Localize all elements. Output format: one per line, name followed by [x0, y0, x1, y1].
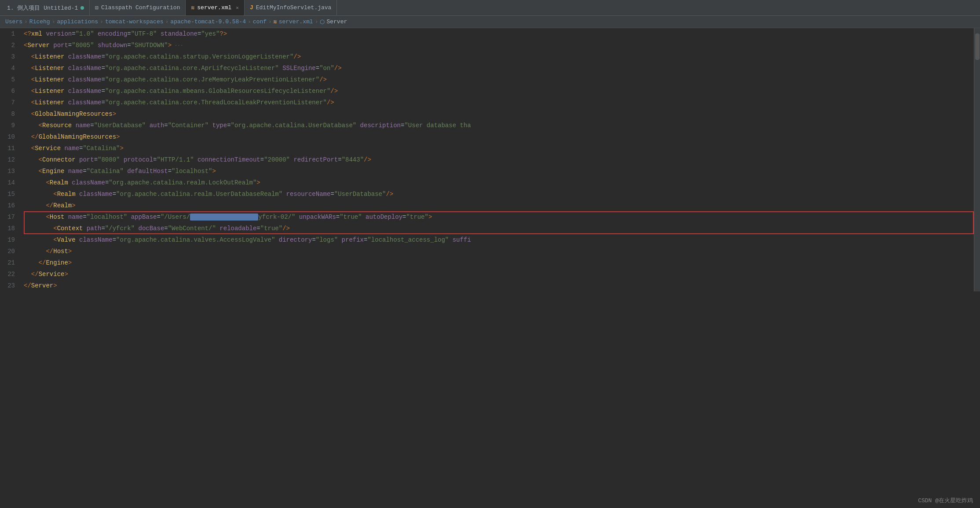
line-content-22: </Service> — [22, 269, 980, 280]
breadcrumb-applications[interactable]: applications — [57, 18, 98, 25]
breadcrumb-server: Server — [326, 18, 347, 25]
line-num-14: 14 — [0, 177, 22, 188]
code-line-10: 10 </GlobalNamingResources> — [0, 131, 980, 143]
line-content-7: <Listener className="org.apache.catalina… — [22, 97, 980, 108]
code-line-17: 17 <Host name="localhost" appBase="/User… — [0, 211, 980, 223]
serverxml-icon: ≋ — [191, 4, 194, 11]
blurred-path: XXXXXXXXXXXXXXXXXX — [190, 214, 258, 221]
line-num-5: 5 — [0, 74, 22, 85]
line-content-9: <Resource name="UserDatabase" auth="Cont… — [22, 120, 980, 131]
breadcrumb-xml-icon: ≋ — [274, 18, 277, 26]
tab-project[interactable]: 1. 倒入项目 Untitled-1 — [2, 0, 90, 15]
line-num-22: 22 — [0, 269, 22, 280]
line-num-20: 20 — [0, 246, 22, 257]
line-content-17: <Host name="localhost" appBase="/Users/X… — [22, 211, 980, 223]
code-line-7: 7 <Listener className="org.apache.catali… — [0, 97, 980, 108]
line-num-1: 1 — [0, 28, 22, 40]
breadcrumb-server-icon: ⬡ — [320, 18, 325, 26]
code-line-6: 6 <Listener className="org.apache.catali… — [0, 85, 980, 97]
servlet-icon: J — [250, 4, 253, 11]
line-num-11: 11 — [0, 143, 22, 154]
line-content-20: </Host> — [22, 246, 980, 257]
line-content-6: <Listener className="org.apache.catalina… — [22, 85, 980, 97]
code-line-16: 16 </Realm> — [0, 200, 980, 211]
line-content-3: <Listener className="org.apache.catalina… — [22, 51, 980, 63]
line-num-3: 3 — [0, 51, 22, 63]
tab-project-dot — [80, 6, 84, 10]
code-line-13: 13 <Engine name="Catalina" defaultHost="… — [0, 166, 980, 177]
line-num-15: 15 — [0, 188, 22, 200]
code-line-21: 21 </Engine> — [0, 257, 980, 269]
breadcrumb-serverxml[interactable]: server.xml — [279, 18, 313, 25]
tab-bar: 1. 倒入项目 Untitled-1 ⊡ Classpath Configura… — [0, 0, 980, 16]
line-num-17: 17 — [0, 211, 22, 223]
code-line-12: 12 <Connector port="8080" protocol="HTTP… — [0, 154, 980, 166]
code-line-15: 15 <Realm className="org.apache.catalina… — [0, 188, 980, 200]
code-line-8: 8 <GlobalNamingResources> — [0, 108, 980, 120]
code-line-9: 9 <Resource name="UserDatabase" auth="Co… — [0, 120, 980, 131]
line-content-4: <Listener className="org.apache.catalina… — [22, 63, 980, 74]
line-content-10: </GlobalNamingResources> — [22, 131, 980, 143]
line-content-21: </Engine> — [22, 257, 980, 269]
line-num-8: 8 — [0, 108, 22, 120]
line-num-7: 7 — [0, 97, 22, 108]
code-line-5: 5 <Listener className="org.apache.catali… — [0, 74, 980, 85]
line-num-21: 21 — [0, 257, 22, 269]
line-num-19: 19 — [0, 234, 22, 246]
tab-serverxml[interactable]: ≋ server.xml ✕ — [186, 0, 244, 15]
code-line-3: 3 <Listener className="org.apache.catali… — [0, 51, 980, 63]
breadcrumb-conf[interactable]: conf — [253, 18, 267, 25]
breadcrumb: Users › Ricehg › applications › tomcat-w… — [0, 16, 980, 28]
code-line-23: 23 </Server> — [0, 280, 980, 291]
line-num-2: 2 — [0, 40, 22, 51]
line-content-5: <Listener className="org.apache.catalina… — [22, 74, 980, 85]
code-line-11: 11 <Service name="Catalina"> — [0, 143, 980, 154]
code-line-2: 2 <Server port="8005" shutdown="SHUTDOWN… — [0, 40, 980, 51]
line-num-10: 10 — [0, 131, 22, 143]
line-content-18: <Context path="/yfcrk" docBase="WebConte… — [22, 223, 980, 234]
tab-servlet[interactable]: J EditMyInfoServlet.java — [245, 0, 337, 15]
line-num-23: 23 — [0, 280, 22, 291]
code-line-1: 1 <?xml version="1.0" encoding="UTF-8" s… — [0, 28, 980, 40]
watermark: CSDN @在火星吃炸鸡 — [918, 497, 973, 504]
line-content-8: <GlobalNamingResources> — [22, 108, 980, 120]
line-num-18: 18 — [0, 223, 22, 234]
line-content-23: </Server> — [22, 280, 980, 291]
scrollbar[interactable] — [974, 28, 980, 291]
line-content-12: <Connector port="8080" protocol="HTTP/1.… — [22, 154, 980, 166]
tab-project-label: 1. 倒入项目 Untitled-1 — [7, 4, 78, 12]
tab-classpath-label: Classpath Configuration — [101, 4, 180, 11]
line-num-13: 13 — [0, 166, 22, 177]
line-num-9: 9 — [0, 120, 22, 131]
classpath-icon: ⊡ — [95, 4, 99, 11]
line-content-11: <Service name="Catalina"> — [22, 143, 980, 154]
line-content-1: <?xml version="1.0" encoding="UTF-8" sta… — [22, 28, 980, 40]
code-line-22: 22 </Service> — [0, 269, 980, 280]
line-content-14: <Realm className="org.apache.catalina.re… — [22, 177, 980, 188]
code-line-18: 18 <Context path="/yfcrk" docBase="WebCo… — [0, 223, 980, 234]
line-content-2: <Server port="8005" shutdown="SHUTDOWN">… — [22, 40, 980, 51]
breadcrumb-ricehg[interactable]: Ricehg — [29, 18, 50, 25]
line-num-4: 4 — [0, 63, 22, 74]
code-line-20: 20 </Host> — [0, 246, 980, 257]
breadcrumb-tomcat-workspaces[interactable]: tomcat-workspaces — [105, 18, 164, 25]
breadcrumb-users[interactable]: Users — [5, 18, 22, 25]
code-line-4: 4 <Listener className="org.apache.catali… — [0, 63, 980, 74]
line-num-16: 16 — [0, 200, 22, 211]
line-num-6: 6 — [0, 85, 22, 97]
line-num-12: 12 — [0, 154, 22, 166]
line-content-19: <Valve className="org.apache.catalina.va… — [22, 234, 980, 246]
line-content-16: </Realm> — [22, 200, 980, 211]
tab-servlet-label: EditMyInfoServlet.java — [256, 4, 332, 11]
tab-serverxml-close[interactable]: ✕ — [236, 5, 239, 11]
tab-serverxml-label: server.xml — [197, 4, 231, 11]
breadcrumb-tomcat[interactable]: apache-tomcat-9.0.58-4 — [170, 18, 246, 25]
highlight-section: 17 <Host name="localhost" appBase="/User… — [0, 211, 980, 234]
scrollbar-thumb[interactable] — [975, 33, 980, 60]
code-line-19: 19 <Valve className="org.apache.catalina… — [0, 234, 980, 246]
code-line-14: 14 <Realm className="org.apache.catalina… — [0, 177, 980, 188]
line-content-15: <Realm className="org.apache.catalina.re… — [22, 188, 980, 200]
code-area: 1 <?xml version="1.0" encoding="UTF-8" s… — [0, 28, 980, 291]
line-content-13: <Engine name="Catalina" defaultHost="loc… — [22, 166, 980, 177]
tab-classpath[interactable]: ⊡ Classpath Configuration — [90, 0, 186, 15]
